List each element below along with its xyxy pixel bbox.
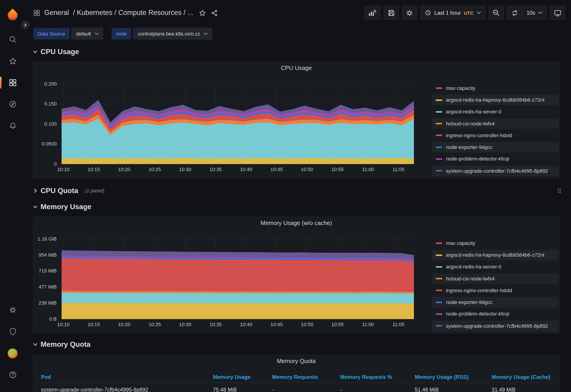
legend-item[interactable]: argocd-redis-ha-server-0 xyxy=(432,107,558,117)
server-admin-shield-icon[interactable] xyxy=(4,324,21,340)
starred-icon[interactable] xyxy=(4,53,21,69)
save-dashboard-button[interactable] xyxy=(384,6,399,20)
column-header[interactable]: Memory Usage xyxy=(213,374,272,380)
search-icon[interactable] xyxy=(4,31,21,48)
section-memory-quota[interactable]: Memory Quota xyxy=(33,339,565,349)
legend-item[interactable]: node-problem-detector-kfcqr xyxy=(432,154,558,164)
legend-item[interactable]: system-upgrade-controller-7cfb4c4995-8p8… xyxy=(432,166,558,176)
legend-series-label: argocd-redis-ha-server-0 xyxy=(446,264,501,269)
dashboards-icon[interactable] xyxy=(4,75,21,91)
cpu-quota-header[interactable]: CPU Quota (1 panel) xyxy=(33,184,104,197)
cpu-usage-panel: CPU Usage 00.05000.1000.1500.20010:1010:… xyxy=(33,61,559,178)
legend-item[interactable]: argocd-redis-ha-haproxy-6cdbb584b6-z72nt xyxy=(432,250,558,260)
column-header[interactable]: Memory Usage (Cache) xyxy=(492,374,559,380)
svg-text:477 MiB: 477 MiB xyxy=(39,284,57,290)
grafana-flame-icon xyxy=(6,8,20,22)
legend-series-label: max capacity xyxy=(446,241,475,246)
time-picker: Last 1 hour UTC xyxy=(420,6,485,20)
legend-item[interactable]: hcloud-csi-node-lwfx4 xyxy=(432,273,558,284)
breadcrumb-root[interactable]: General xyxy=(44,9,69,17)
cycle-view-mode-button[interactable] xyxy=(550,6,565,20)
svg-text:11:00: 11:00 xyxy=(362,167,374,172)
legend-item[interactable]: argocd-redis-ha-server-0 xyxy=(432,262,558,272)
legend-item[interactable]: ingress-nginx-controller-hdxld xyxy=(432,130,558,140)
node-variable-select[interactable]: controlplane.bee.k8s.vxm.cz xyxy=(133,28,212,40)
dashboard-grid-icon[interactable] xyxy=(33,9,40,16)
section-memory-usage[interactable]: Memory Usage xyxy=(33,202,565,211)
column-header[interactable]: Memory Usage (RSS) xyxy=(415,374,492,380)
node-variable-label[interactable]: node xyxy=(111,28,131,40)
legend-item[interactable]: max capacity xyxy=(432,238,558,249)
datasource-variable-select[interactable]: default xyxy=(71,28,103,40)
section-cpu-quota[interactable]: CPU Quota (1 panel) xyxy=(33,184,565,197)
memory-usage-legend: max capacityargocd-redis-ha-haproxy-6cdb… xyxy=(432,238,558,333)
toolbar-right: Last 1 hour UTC 10s xyxy=(365,6,565,20)
user-avatar[interactable] xyxy=(4,345,21,361)
favorite-star-icon[interactable] xyxy=(199,9,206,16)
section-title: CPU Quota xyxy=(41,186,78,195)
dashboard-settings-button[interactable] xyxy=(402,6,417,20)
column-header[interactable]: Memory Requests xyxy=(272,374,340,380)
legend-series-color xyxy=(436,301,442,303)
legend-item[interactable]: max capacity xyxy=(432,83,558,94)
svg-text:10:40: 10:40 xyxy=(240,322,252,327)
svg-text:10:45: 10:45 xyxy=(270,167,283,172)
alerting-bell-icon[interactable] xyxy=(4,118,21,134)
legend-item[interactable]: node-exporter-9dgcc xyxy=(432,142,558,153)
column-header[interactable]: Pod xyxy=(41,374,213,380)
legend-item[interactable]: node-problem-detector-kfcqr xyxy=(432,309,558,319)
refresh-interval-select[interactable]: 10s xyxy=(522,6,546,19)
legend-series-color xyxy=(436,88,442,89)
svg-text:10:25: 10:25 xyxy=(148,322,161,327)
breadcrumb-path[interactable]: / Kubernetes / Compute Resources / ... xyxy=(73,9,193,17)
legend-series-label: ingress-nginx-controller-hdxld xyxy=(446,288,512,293)
legend-series-label: node-problem-detector-kfcqr xyxy=(446,311,509,317)
legend-series-color xyxy=(436,325,442,327)
section-title: Memory Quota xyxy=(41,340,91,348)
table-row[interactable]: system-upgrade-controller-7cfb4c4995-8p8… xyxy=(33,383,559,392)
refresh-button[interactable] xyxy=(507,6,522,19)
svg-text:0.0500: 0.0500 xyxy=(42,141,57,147)
explore-compass-icon[interactable] xyxy=(4,96,21,112)
sidebar-expand-button[interactable] xyxy=(21,21,29,29)
svg-text:10:55: 10:55 xyxy=(331,322,344,327)
configuration-gear-icon[interactable] xyxy=(4,302,21,318)
memory-quota-table: PodMemory UsageMemory RequestsMemory Req… xyxy=(33,371,559,392)
time-range-button[interactable]: Last 1 hour UTC xyxy=(421,6,485,19)
svg-text:715 MiB: 715 MiB xyxy=(39,268,57,274)
drag-handle-icon[interactable] xyxy=(557,188,561,195)
panel-title[interactable]: Memory Quota xyxy=(33,358,559,365)
add-panel-button[interactable] xyxy=(365,6,381,20)
svg-text:0.100: 0.100 xyxy=(44,121,57,127)
legend-item[interactable]: ingress-nginx-controller-hdxld xyxy=(432,285,558,295)
chevron-right-icon xyxy=(33,188,38,193)
svg-text:10:50: 10:50 xyxy=(301,167,313,172)
sidebar xyxy=(0,0,26,392)
legend-item[interactable]: argocd-redis-ha-haproxy-6cdbb584b6-z72nt xyxy=(432,95,558,105)
legend-item[interactable]: hcloud-csi-node-lwfx4 xyxy=(432,118,558,129)
section-cpu-usage[interactable]: CPU Usage xyxy=(33,47,565,56)
grafana-logo[interactable] xyxy=(4,7,21,23)
svg-text:11:00: 11:00 xyxy=(362,322,374,327)
legend-series-label: argocd-redis-ha-haproxy-6cdbb584b6-z72nt xyxy=(446,252,544,258)
chevron-down-icon xyxy=(95,32,99,35)
legend-item[interactable]: node-exporter-9dgcc xyxy=(432,297,558,308)
refresh-interval-value: 10s xyxy=(527,10,535,16)
column-header[interactable]: Memory Requests % xyxy=(340,374,415,380)
section-title: CPU Usage xyxy=(41,47,79,56)
help-icon[interactable] xyxy=(4,367,21,383)
zoom-out-time-button[interactable] xyxy=(489,6,503,20)
svg-text:1.16 GiB: 1.16 GiB xyxy=(38,236,57,242)
datasource-variable-label[interactable]: Data Source xyxy=(33,28,70,40)
legend-item[interactable]: system-upgrade-controller-7cfb4c4995-8p8… xyxy=(432,321,558,331)
breadcrumb: General / Kubernetes / Compute Resources… xyxy=(33,9,193,17)
legend-series-label: ingress-nginx-controller-hdxld xyxy=(446,133,512,138)
share-icon[interactable] xyxy=(211,9,218,16)
legend-series-label: node-exporter-9dgcc xyxy=(446,144,492,150)
svg-text:10:15: 10:15 xyxy=(88,167,100,172)
svg-text:11:05: 11:05 xyxy=(392,322,404,327)
legend-series-label: node-problem-detector-kfcqr xyxy=(446,156,509,162)
legend-series-color xyxy=(436,254,442,256)
grafana-dashboard: General / Kubernetes / Compute Resources… xyxy=(0,0,571,392)
dashboard-variables: Data Source default node controlplane.be… xyxy=(26,28,571,40)
